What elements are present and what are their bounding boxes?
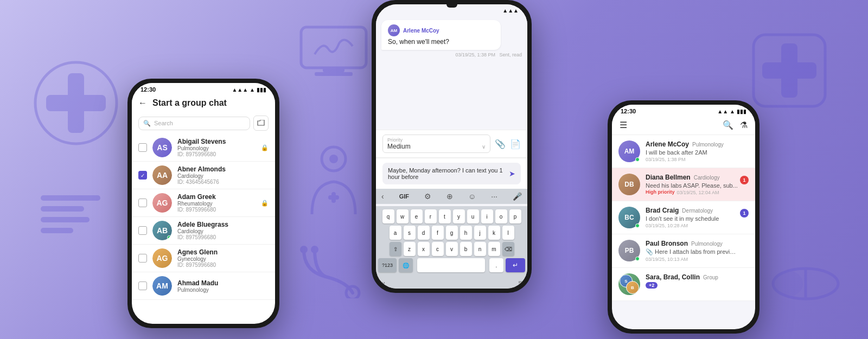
key-q[interactable]: q xyxy=(382,209,394,223)
checkbox-abigail[interactable] xyxy=(138,143,147,152)
search-icon-msg[interactable]: 🔍 xyxy=(723,120,733,130)
online-dot-arlene xyxy=(635,157,640,162)
kb-settings-icon[interactable]: ⚙ xyxy=(424,192,431,201)
key-z[interactable]: z xyxy=(404,242,416,256)
key-s[interactable]: s xyxy=(404,226,416,240)
avatar-diana: DB xyxy=(618,174,640,195)
search-box[interactable]: 🔍 Search xyxy=(138,117,250,130)
avatar-arlene: AM xyxy=(618,140,640,162)
svg-rect-8 xyxy=(323,68,344,72)
key-a[interactable]: a xyxy=(390,226,401,240)
contact-name-adam: Adam Greek xyxy=(177,193,256,201)
file-icon[interactable]: 📄 xyxy=(510,139,521,149)
avatar-adam: AG xyxy=(152,193,172,213)
home-button[interactable]: ∨ xyxy=(381,280,385,286)
key-y[interactable]: y xyxy=(453,209,465,223)
checkbox-ahmad[interactable] xyxy=(138,282,147,290)
contact-id-abner: ID: 43645645676 xyxy=(177,179,269,185)
key-enter[interactable]: ↵ xyxy=(506,258,525,272)
key-w[interactable]: w xyxy=(397,209,409,223)
checkbox-adele[interactable] xyxy=(138,226,147,235)
phone-messages: 12:30 ▲▲ ▲ ▮▮▮ ☰ 🔍 ⚗ AM xyxy=(608,100,760,334)
key-d[interactable]: d xyxy=(418,226,430,240)
avatar-paul: PB xyxy=(618,240,640,261)
key-backspace[interactable]: ⌫ xyxy=(502,242,514,256)
search-area: 🔍 Search xyxy=(138,116,269,131)
key-c[interactable]: c xyxy=(432,242,444,256)
key-shift[interactable]: ⇧ xyxy=(390,242,401,256)
contact-dept-adele: Cardiology xyxy=(177,228,269,234)
send-icon[interactable]: ➤ xyxy=(509,169,515,178)
kb-more-icon[interactable]: ··· xyxy=(491,192,497,201)
checkbox-agnes[interactable] xyxy=(138,254,147,263)
content-diana: Diana Bellmen Cardiology Need his labs A… xyxy=(646,174,749,195)
key-period[interactable]: . xyxy=(489,258,503,272)
contact-item-adele[interactable]: AB Adele Bluegrass Cardiology ID: 897599… xyxy=(132,217,275,245)
key-comma[interactable]: 🌐 xyxy=(399,258,413,272)
key-m[interactable]: m xyxy=(488,242,500,256)
key-i[interactable]: i xyxy=(481,209,493,223)
filter-icon[interactable]: ⚗ xyxy=(740,120,748,130)
kb-gif-label[interactable]: GIF xyxy=(399,193,409,200)
key-r[interactable]: r xyxy=(425,209,437,223)
key-space[interactable] xyxy=(417,258,485,272)
online-indicator-adele xyxy=(167,235,171,240)
svg-rect-19 xyxy=(762,62,816,79)
apps-button[interactable]: ⠿ xyxy=(518,280,522,286)
key-numbers[interactable]: ?123 xyxy=(378,258,397,272)
key-n[interactable]: n xyxy=(474,242,486,256)
contact-item-adam[interactable]: AG Adam Greek Rheumatology ID: 897599668… xyxy=(132,189,275,217)
name-paul: Paul Bronson xyxy=(646,240,688,247)
contact-item-ahmad[interactable]: AM Ahmad Madu Pulmonology xyxy=(132,272,275,300)
key-g[interactable]: g xyxy=(446,226,458,240)
key-u[interactable]: u xyxy=(467,209,479,223)
kb-emoji-icon[interactable]: ☺ xyxy=(468,192,476,201)
kb-mic-icon[interactable]: 🎤 xyxy=(513,192,522,201)
priority-label: Priority xyxy=(387,137,486,143)
contact-list: AS Abigail Stevens Pulmonology ID: 89759… xyxy=(132,134,275,300)
kb-translate-icon[interactable]: ⊕ xyxy=(446,192,453,201)
msg-item-group[interactable]: S B Sara, Brad, Collin Group +2 xyxy=(612,268,755,301)
folder-button[interactable] xyxy=(253,116,269,131)
contact-id-adele: ID: 8975996680 xyxy=(177,234,269,240)
msg-item-diana[interactable]: DB Diana Bellmen Cardiology Need his lab… xyxy=(612,168,755,201)
key-b[interactable]: b xyxy=(460,242,472,256)
priority-selector[interactable]: Priority Medium ∨ xyxy=(382,135,490,153)
contact-info-adam: Adam Greek Rheumatology ID: 8975996680 xyxy=(177,193,256,213)
contact-item-abigail[interactable]: AS Abigail Stevens Pulmonology ID: 89759… xyxy=(132,134,275,162)
key-k[interactable]: k xyxy=(488,226,500,240)
contact-name-ahmad: Ahmad Madu xyxy=(177,279,269,287)
attach-icon[interactable]: 📎 xyxy=(495,139,506,149)
msg-item-paul[interactable]: PB Paul Bronson Pulmonology 📎 Here I att… xyxy=(612,234,755,268)
signal-icon-3: ▲▲ xyxy=(717,108,728,114)
back-button[interactable]: ← xyxy=(138,98,147,108)
svg-rect-3 xyxy=(41,195,100,201)
status-time-1: 12:30 xyxy=(141,86,156,93)
key-t[interactable]: t xyxy=(439,209,451,223)
checkbox-adam[interactable] xyxy=(138,199,147,207)
contact-name-chat: Arlene McCoy xyxy=(403,28,439,34)
page-title: Start a group chat xyxy=(152,98,227,108)
top-row-brad: Brad Craig Dermatology xyxy=(646,207,749,214)
bg-capsule-right xyxy=(770,266,841,304)
bg-monitor-center xyxy=(298,24,369,81)
key-p[interactable]: p xyxy=(509,209,521,223)
top-row-diana: Diana Bellmen Cardiology xyxy=(646,174,749,181)
checkbox-abner[interactable]: ✓ xyxy=(138,171,147,180)
message-input[interactable]: Maybe, Monday afternoon? I can text you … xyxy=(382,163,521,184)
menu-icon[interactable]: ☰ xyxy=(620,120,627,130)
key-o[interactable]: o xyxy=(495,209,507,223)
key-h[interactable]: h xyxy=(460,226,472,240)
kb-chevron-icon[interactable]: ‹ xyxy=(381,192,384,201)
contact-item-agnes[interactable]: AG Agnes Glenn Gynecology ID: 8975996680 xyxy=(132,245,275,272)
msg-item-arlene[interactable]: AM Arlene McCoy Pulmonology I will be ba… xyxy=(612,135,755,168)
key-j[interactable]: j xyxy=(474,226,486,240)
key-v[interactable]: v xyxy=(446,242,458,256)
key-l[interactable]: l xyxy=(502,226,514,240)
key-x[interactable]: x xyxy=(418,242,430,256)
key-f[interactable]: f xyxy=(432,226,444,240)
key-e[interactable]: e xyxy=(411,209,423,223)
msg-item-brad[interactable]: BC Brad Craig Dermatology I don't see it… xyxy=(612,201,755,234)
status-icons-1: ▲▲▲ ▲ ▮▮▮ xyxy=(232,87,266,93)
contact-item-abner[interactable]: ✓ AA Abner Almonds Cardiology ID: 436456… xyxy=(132,162,275,189)
